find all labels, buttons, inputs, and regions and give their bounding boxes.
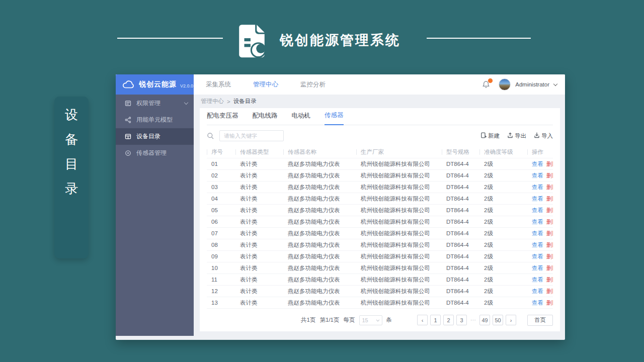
page-button[interactable]: 3 (456, 315, 467, 325)
view-link[interactable]: 查看 (532, 207, 543, 214)
app-logo[interactable]: 锐创云能源 V2.0.0 (116, 74, 194, 95)
column-header: 传感器类型 (235, 148, 283, 156)
column-header: 传感器名称 (283, 148, 356, 156)
delete-link[interactable]: 删除 (546, 230, 553, 237)
delete-link[interactable]: 删除 (546, 160, 553, 168)
next-page-button[interactable]: › (506, 315, 516, 325)
view-link[interactable]: 查看 (532, 195, 543, 203)
table-row: 11表计类燕赵多功能电力仪表杭州锐创能源科技有限公司DT864-42级查看删除 (207, 274, 553, 286)
sidebar: 权限管理用能单元模型设备目录传感器管理 (116, 95, 194, 336)
action-label: 导入 (541, 132, 553, 140)
delete-link[interactable]: 删除 (546, 184, 553, 191)
cell-seq: 04 (207, 196, 235, 202)
delete-link[interactable]: 删除 (546, 218, 553, 226)
cell-type: 表计类 (235, 184, 283, 191)
import-button[interactable]: 导入 (534, 132, 553, 140)
delete-link[interactable]: 删除 (546, 264, 553, 272)
view-link[interactable]: 查看 (532, 276, 543, 284)
cell-maker: 杭州锐创能源科技有限公司 (356, 160, 442, 168)
table-row: 02表计类燕赵多功能电力仪表杭州锐创能源科技有限公司DT864-42级查看删除 (207, 170, 553, 182)
notification-bell-icon[interactable] (482, 80, 490, 88)
tab[interactable]: 电动机 (292, 112, 311, 125)
new-icon (480, 132, 487, 139)
delete-link[interactable]: 删除 (546, 288, 553, 295)
cell-actions: 查看删除 (527, 172, 553, 179)
cell-actions: 查看删除 (527, 253, 553, 260)
delete-link[interactable]: 删除 (546, 172, 553, 179)
device-type-tabs: 配电变压器配电线路电动机传感器 (207, 108, 553, 125)
cell-type: 表计类 (235, 207, 283, 214)
sidebar-item[interactable]: 设备目录 (116, 128, 194, 145)
user-menu-caret-icon[interactable] (553, 81, 557, 85)
delete-link[interactable]: 删除 (546, 299, 553, 307)
cell-model: DT864-4 (442, 172, 479, 178)
delete-link[interactable]: 删除 (546, 195, 553, 203)
toolbar-actions: 新建导出导入 (480, 132, 553, 140)
page-button[interactable]: 1 (430, 315, 441, 325)
table-header-row: 序号传感器类型传感器名称生产厂家型号规格准确度等级操作 (207, 146, 553, 158)
cell-model: DT864-4 (442, 300, 479, 306)
view-link[interactable]: 查看 (532, 160, 543, 168)
breadcrumb-parent[interactable]: 管理中心 (201, 98, 224, 105)
column-header: 准确度等级 (479, 148, 527, 156)
view-link[interactable]: 查看 (532, 241, 543, 249)
delete-link[interactable]: 删除 (546, 241, 553, 249)
nav-item[interactable]: 采集系统 (206, 80, 231, 89)
view-link[interactable]: 查看 (532, 288, 543, 295)
page-button[interactable]: 50 (493, 315, 503, 325)
cell-type: 表计类 (235, 172, 283, 179)
view-link[interactable]: 查看 (532, 253, 543, 260)
delete-link[interactable]: 删除 (546, 276, 553, 284)
catalog-icon (125, 133, 131, 140)
view-link[interactable]: 查看 (532, 299, 543, 307)
view-link[interactable]: 查看 (532, 184, 543, 191)
cell-seq: 12 (207, 288, 235, 294)
tab[interactable]: 配电变压器 (207, 112, 238, 125)
cell-name: 燕赵多功能电力仪表 (283, 276, 356, 284)
cell-grade: 2级 (479, 230, 527, 237)
view-link[interactable]: 查看 (532, 218, 543, 226)
cell-grade: 2级 (479, 264, 527, 272)
view-link[interactable]: 查看 (532, 172, 543, 179)
cell-seq: 05 (207, 207, 235, 213)
delete-link[interactable]: 删除 (546, 253, 553, 260)
cell-actions: 查看删除 (527, 218, 553, 226)
cell-maker: 杭州锐创能源科技有限公司 (356, 276, 442, 284)
page-size-select[interactable]: 15 (359, 315, 382, 325)
view-link[interactable]: 查看 (532, 230, 543, 237)
prev-page-button[interactable]: ‹ (417, 315, 428, 325)
table-row: 05表计类燕赵多功能电力仪表杭州锐创能源科技有限公司DT864-42级查看删除 (207, 205, 553, 216)
cell-name: 燕赵多功能电力仪表 (283, 253, 356, 260)
cell-actions: 查看删除 (527, 299, 553, 307)
export-button[interactable]: 导出 (507, 132, 526, 140)
delete-link[interactable]: 删除 (546, 207, 553, 214)
cell-seq: 13 (207, 300, 235, 306)
sidebar-item-label: 传感器管理 (136, 149, 167, 157)
sidebar-item[interactable]: 传感器管理 (116, 145, 194, 161)
cell-actions: 查看删除 (527, 288, 553, 295)
new-button[interactable]: 新建 (480, 132, 500, 140)
tab[interactable]: 传感器 (325, 111, 344, 125)
breadcrumb: 管理中心 > 设备目录 (194, 95, 565, 108)
cell-seq: 09 (207, 253, 235, 259)
pagination: 共1页 第1/1页 每页 15 条 ‹123⋯4950› 首页 (207, 309, 553, 331)
cell-type: 表计类 (235, 288, 283, 295)
cell-type: 表计类 (235, 299, 283, 307)
sidebar-item[interactable]: 权限管理 (116, 95, 194, 112)
home-page-button[interactable]: 首页 (527, 315, 553, 326)
nav-item[interactable]: 监控分析 (300, 80, 326, 89)
cell-grade: 2级 (479, 160, 527, 168)
view-link[interactable]: 查看 (532, 264, 543, 272)
header-right: Administrator (482, 78, 565, 90)
page-button[interactable]: 2 (443, 315, 454, 325)
sidebar-item[interactable]: 用能单元模型 (116, 112, 194, 128)
avatar[interactable] (499, 78, 511, 90)
cell-grade: 2级 (479, 299, 527, 307)
page-button[interactable]: 49 (479, 315, 490, 325)
tab[interactable]: 配电线路 (253, 112, 278, 125)
nav-item[interactable]: 管理中心 (253, 80, 278, 89)
cell-model: DT864-4 (442, 219, 479, 225)
cell-name: 燕赵多功能电力仪表 (283, 299, 356, 307)
vertical-label-char-2: 目 (65, 157, 78, 171)
search-input[interactable] (219, 130, 284, 141)
